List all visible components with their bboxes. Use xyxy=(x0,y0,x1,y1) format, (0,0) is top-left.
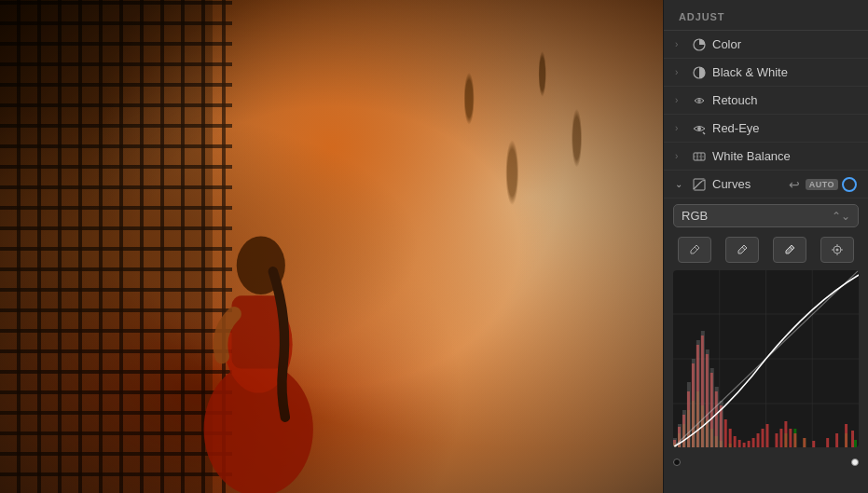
curves-header-controls: ↩ AUTO xyxy=(787,175,857,194)
svg-line-9 xyxy=(703,132,705,134)
svg-rect-67 xyxy=(766,424,769,447)
crosshair-icon xyxy=(831,243,844,256)
rgb-channel-label: RGB xyxy=(682,209,708,223)
eye-icon xyxy=(692,121,707,136)
svg-rect-63 xyxy=(748,441,751,447)
white-point-handle[interactable] xyxy=(851,459,859,466)
bandaid-icon xyxy=(692,93,707,108)
svg-rect-78 xyxy=(851,431,854,447)
svg-rect-73 xyxy=(803,438,806,447)
chevron-right-icon-redeye: › xyxy=(675,123,686,133)
svg-rect-70 xyxy=(784,421,787,447)
sidebar-header: ADJUST xyxy=(664,0,868,31)
undo-button[interactable]: ↩ xyxy=(787,175,802,194)
photo-area xyxy=(0,0,663,493)
chevron-right-icon-retouch: › xyxy=(675,95,686,105)
red-eye-item-label: Red-Eye xyxy=(712,121,857,135)
svg-rect-72 xyxy=(793,433,796,447)
svg-point-8 xyxy=(697,127,701,130)
chevron-down-icon: ⌄ xyxy=(675,179,686,189)
svg-point-23 xyxy=(835,249,838,252)
sidebar: ADJUST › Color › Black & White xyxy=(663,0,868,493)
svg-rect-65 xyxy=(757,433,760,447)
svg-rect-66 xyxy=(762,429,765,447)
svg-rect-59 xyxy=(729,429,732,447)
half-circle-icon xyxy=(692,65,707,80)
eyedropper-white-button[interactable] xyxy=(773,237,806,263)
white-balance-icon xyxy=(692,149,707,164)
vignette-overlay xyxy=(0,0,663,493)
black-white-item-label: Black & White xyxy=(712,65,857,79)
adjust-items-list: › Color › Black & White › xyxy=(664,31,868,493)
svg-rect-74 xyxy=(812,441,815,447)
curves-svg xyxy=(673,270,859,447)
sidebar-item-white-balance[interactable]: › White Balance xyxy=(664,143,868,171)
svg-rect-60 xyxy=(734,436,737,447)
chevron-right-icon-bw: › xyxy=(675,67,686,77)
auto-badge[interactable]: AUTO xyxy=(806,179,838,190)
svg-rect-85 xyxy=(701,331,705,447)
chevron-right-icon-wb: › xyxy=(675,151,686,161)
sidebar-item-red-eye[interactable]: › Red-Eye xyxy=(664,115,868,143)
curves-section: ⌄ Curves ↩ AUTO RGB ⌃⌄ xyxy=(664,171,868,468)
black-point-handle[interactable] xyxy=(673,459,681,466)
svg-line-15 xyxy=(695,247,697,250)
eyedropper-mid-button[interactable] xyxy=(725,237,759,263)
photo-background xyxy=(0,0,663,493)
svg-rect-76 xyxy=(835,433,838,447)
svg-rect-68 xyxy=(775,433,778,447)
eyedropper-black-button[interactable] xyxy=(678,237,711,263)
white-balance-item-label: White Balance xyxy=(712,149,857,163)
svg-rect-77 xyxy=(845,424,847,447)
curves-icon xyxy=(692,177,707,192)
svg-rect-58 xyxy=(724,419,727,447)
dropdown-arrow-icon: ⌃⌄ xyxy=(832,210,850,223)
svg-rect-62 xyxy=(743,443,746,447)
curves-graph[interactable] xyxy=(673,270,859,447)
svg-rect-64 xyxy=(752,438,755,447)
figure-silhouette xyxy=(186,123,331,493)
curves-label: Curves xyxy=(712,177,781,191)
eyedropper-black-icon xyxy=(688,243,701,256)
sidebar-item-retouch[interactable]: › Retouch xyxy=(664,87,868,115)
svg-rect-46 xyxy=(854,440,857,447)
svg-rect-75 xyxy=(826,438,829,447)
color-icon xyxy=(692,37,707,52)
curves-circle-button[interactable] xyxy=(842,177,857,192)
sidebar-item-color[interactable]: › Color xyxy=(664,31,868,59)
rgb-channel-dropdown[interactable]: RGB ⌃⌄ xyxy=(673,204,859,227)
target-button[interactable] xyxy=(820,237,854,263)
svg-rect-88 xyxy=(715,387,719,447)
svg-rect-61 xyxy=(738,440,741,447)
color-item-label: Color xyxy=(712,37,857,51)
curves-tools-row xyxy=(664,233,868,267)
eyedropper-mid-icon xyxy=(736,243,749,256)
chevron-right-icon: › xyxy=(675,39,686,49)
svg-rect-71 xyxy=(789,429,792,447)
svg-rect-86 xyxy=(706,349,710,447)
svg-rect-69 xyxy=(779,429,782,447)
retouch-item-label: Retouch xyxy=(712,93,857,107)
eyedropper-white-icon xyxy=(783,243,796,256)
sidebar-item-black-white[interactable]: › Black & White xyxy=(664,59,868,87)
sidebar-item-curves[interactable]: ⌄ Curves ↩ AUTO xyxy=(664,171,868,199)
svg-rect-87 xyxy=(710,368,714,447)
curves-color-stops xyxy=(664,457,868,468)
